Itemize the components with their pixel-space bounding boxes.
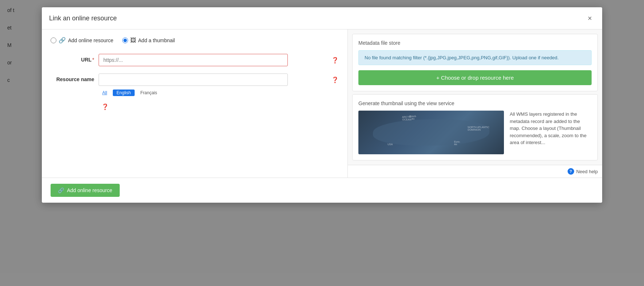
no-file-notice: No file found matching filter (*.{jpg,JP… xyxy=(358,50,592,65)
modal-body: 🔗 Add online resource 🖼 Add a thumbnail … xyxy=(42,29,602,178)
resource-name-input-col: All English Français xyxy=(99,74,324,96)
image-icon: 🖼 xyxy=(130,37,136,44)
lang-tab-francais[interactable]: Français xyxy=(137,90,161,96)
map-label-europe: Euro-An xyxy=(454,140,460,146)
radio-option-online-resource[interactable]: 🔗 Add online resource xyxy=(51,37,114,44)
metadata-file-store-section: Metadata file store No file found matchi… xyxy=(352,34,598,91)
add-online-resource-button[interactable]: 🔗 Add online resource xyxy=(51,184,120,197)
modal-left-panel: 🔗 Add online resource 🖼 Add a thumbnail … xyxy=(42,29,347,178)
add-resource-label: Add online resource xyxy=(67,187,112,193)
radio-online-resource[interactable] xyxy=(51,37,56,43)
modal-header: Link an online resource × xyxy=(42,7,602,29)
radio-thumbnail[interactable] xyxy=(122,37,128,43)
radio-option-thumbnail[interactable]: 🖼 Add a thumbnail xyxy=(122,37,175,44)
resource-name-label-col: Resource name xyxy=(51,74,94,82)
map-thumbnail-preview: ARCTICOCEAN NORTH ATLANTICDOMINION USA E… xyxy=(358,111,504,154)
generate-thumbnail-section: Generate thumbnail using the view servic… xyxy=(352,94,598,160)
metadata-file-store-title: Metadata file store xyxy=(358,40,592,46)
map-label-north-atlantic: NORTH ATLANTICDOMINION xyxy=(468,126,489,131)
generate-thumbnail-title: Generate thumbnail using the view servic… xyxy=(358,100,592,106)
modal-dialog: Link an online resource × 🔗 Add online r… xyxy=(42,7,602,203)
lang-tab-group: All English Français xyxy=(99,90,324,96)
need-help-icon: ? xyxy=(568,168,574,175)
modal-right-panel: Metadata file store No file found matchi… xyxy=(347,29,602,178)
lang-tab-all[interactable]: All xyxy=(99,90,111,96)
choose-resource-button[interactable]: + Choose or drop resource here xyxy=(358,70,592,85)
lang-tab-english[interactable]: English xyxy=(113,90,134,96)
add-resource-icon: 🔗 xyxy=(58,187,64,193)
url-input[interactable] xyxy=(99,54,288,66)
url-label-col: URL* xyxy=(51,54,94,63)
url-input-col xyxy=(99,54,324,66)
url-field-group: URL* ❓ xyxy=(51,54,339,66)
url-label: URL xyxy=(81,57,92,63)
need-help-label[interactable]: Need help xyxy=(576,169,598,174)
url-required-marker: * xyxy=(92,57,94,63)
modal-overlay: Link an online resource × 🔗 Add online r… xyxy=(0,0,644,286)
radio-tab-group: 🔗 Add online resource 🖼 Add a thumbnail xyxy=(51,37,339,44)
modal-title: Link an online resource xyxy=(49,15,117,22)
resource-name-help-icon[interactable]: ❓ xyxy=(331,76,339,83)
generate-content: ARCTICOCEAN NORTH ATLANTICDOMINION USA E… xyxy=(358,111,592,154)
generate-thumbnail-description: All WMS layers registered in the metadat… xyxy=(510,111,592,154)
resource-name-field-group: Resource name All English Français ❓ xyxy=(51,74,339,96)
modal-footer: 🔗 Add online resource xyxy=(42,178,602,203)
need-help-bar: ? Need help xyxy=(348,165,602,178)
url-help-icon[interactable]: ❓ xyxy=(331,57,339,64)
resource-name-input[interactable] xyxy=(99,74,288,86)
no-file-text: No file found matching filter (*.{jpg,JP… xyxy=(365,55,558,60)
extra-help-icon[interactable]: ❓ xyxy=(102,103,109,110)
thumbnail-label: Add a thumbnail xyxy=(138,37,175,43)
link-icon: 🔗 xyxy=(59,37,66,44)
map-label-brazil: Brazil-An xyxy=(409,115,417,120)
online-resource-label: Add online resource xyxy=(68,37,114,43)
close-button[interactable]: × xyxy=(585,13,595,23)
map-label-usa: USA xyxy=(387,143,393,146)
resource-name-label: Resource name xyxy=(56,76,94,82)
